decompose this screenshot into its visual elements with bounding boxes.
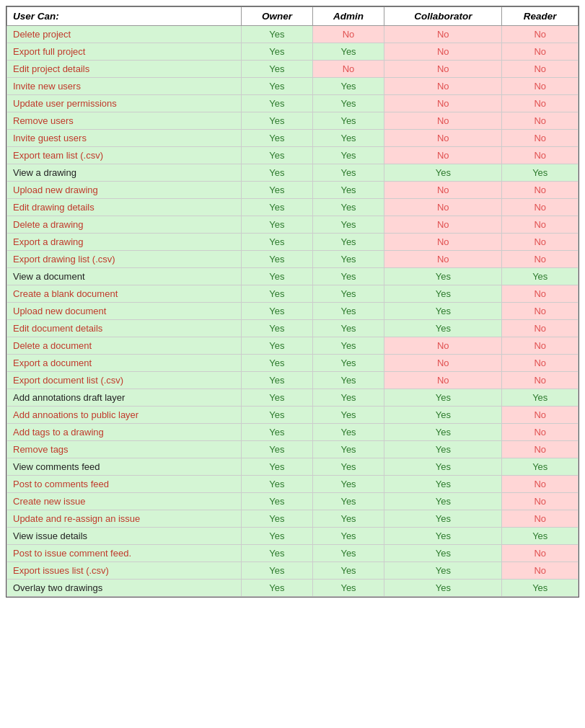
reader-cell: No [502, 26, 579, 43]
collaborator-cell: Yes [384, 407, 502, 424]
reader-cell: No [502, 545, 579, 562]
owner-cell: Yes [241, 493, 312, 510]
collaborator-cell: No [384, 26, 502, 43]
collaborator-cell: Yes [384, 476, 502, 493]
reader-cell: No [502, 355, 579, 372]
reader-cell: Yes [502, 528, 579, 545]
table-row: Delete a drawingYesYesNoNo [7, 216, 579, 234]
collaborator-cell: Yes [384, 164, 502, 182]
collaborator-cell: No [384, 43, 502, 61]
table-row: Export drawing list (.csv)YesYesNoNo [7, 251, 579, 268]
table-row: Export full projectYesYesNoNo [7, 43, 579, 61]
owner-cell: Yes [241, 78, 312, 95]
collaborator-cell: No [384, 78, 502, 95]
table-row: Remove usersYesYesNoNo [7, 112, 579, 130]
collaborator-cell: Yes [384, 545, 502, 562]
collaborator-cell: No [384, 95, 502, 112]
admin-cell: Yes [312, 78, 384, 95]
table-row: Export a drawingYesYesNoNo [7, 234, 579, 251]
owner-cell: Yes [241, 510, 312, 528]
table-row: Edit project detailsYesNoNoNo [7, 61, 579, 78]
collaborator-cell: Yes [384, 510, 502, 528]
reader-cell: No [502, 407, 579, 424]
collaborator-cell: Yes [384, 320, 502, 337]
reader-cell: Yes [502, 164, 579, 182]
owner-cell: Yes [241, 251, 312, 268]
table-row: Post to comments feedYesYesYesNo [7, 476, 579, 493]
admin-cell: Yes [312, 216, 384, 234]
table-row: Remove tagsYesYesYesNo [7, 441, 579, 458]
action-cell: Export team list (.csv) [7, 147, 242, 164]
collaborator-cell: No [384, 216, 502, 234]
reader-cell: No [502, 424, 579, 441]
collaborator-cell: No [384, 112, 502, 130]
action-cell: Edit drawing details [7, 199, 242, 216]
admin-cell: Yes [312, 164, 384, 182]
table-row: Edit drawing detailsYesYesNoNo [7, 199, 579, 216]
table-row: Export issues list (.csv)YesYesYesNo [7, 562, 579, 580]
action-cell: Export a drawing [7, 234, 242, 251]
collaborator-cell: Yes [384, 268, 502, 285]
permissions-table: User Can: Owner Admin Collaborator Reade… [6, 6, 579, 597]
action-cell: Create a blank document [7, 285, 242, 303]
header-owner: Owner [241, 7, 312, 26]
header-action: User Can: [7, 7, 242, 26]
owner-cell: Yes [241, 303, 312, 320]
owner-cell: Yes [241, 320, 312, 337]
table-row: Edit document detailsYesYesYesNo [7, 320, 579, 337]
admin-cell: Yes [312, 545, 384, 562]
owner-cell: Yes [241, 43, 312, 61]
action-cell: View issue details [7, 528, 242, 545]
table-row: Add annotations draft layerYesYesYesYes [7, 389, 579, 407]
reader-cell: No [502, 251, 579, 268]
action-cell: Invite guest users [7, 130, 242, 147]
header-admin: Admin [312, 7, 384, 26]
table-row: Invite guest usersYesYesNoNo [7, 130, 579, 147]
admin-cell: No [312, 26, 384, 43]
owner-cell: Yes [241, 441, 312, 458]
table-row: Delete projectYesNoNoNo [7, 26, 579, 43]
table-header-row: User Can: Owner Admin Collaborator Reade… [7, 7, 579, 26]
admin-cell: Yes [312, 130, 384, 147]
owner-cell: Yes [241, 147, 312, 164]
action-cell: Remove users [7, 112, 242, 130]
collaborator-cell: No [384, 130, 502, 147]
admin-cell: Yes [312, 407, 384, 424]
collaborator-cell: Yes [384, 528, 502, 545]
table-row: View comments feedYesYesYesYes [7, 458, 579, 476]
admin-cell: Yes [312, 424, 384, 441]
collaborator-cell: Yes [384, 285, 502, 303]
collaborator-cell: No [384, 61, 502, 78]
admin-cell: Yes [312, 562, 384, 580]
owner-cell: Yes [241, 562, 312, 580]
action-cell: View a document [7, 268, 242, 285]
table-row: Invite new usersYesYesNoNo [7, 78, 579, 95]
action-cell: Export drawing list (.csv) [7, 251, 242, 268]
admin-cell: Yes [312, 337, 384, 355]
admin-cell: Yes [312, 441, 384, 458]
admin-cell: Yes [312, 285, 384, 303]
action-cell: Export issues list (.csv) [7, 562, 242, 580]
owner-cell: Yes [241, 216, 312, 234]
owner-cell: Yes [241, 337, 312, 355]
action-cell: Post to comments feed [7, 476, 242, 493]
action-cell: Add annotations draft layer [7, 389, 242, 407]
collaborator-cell: No [384, 147, 502, 164]
owner-cell: Yes [241, 95, 312, 112]
admin-cell: Yes [312, 493, 384, 510]
admin-cell: Yes [312, 372, 384, 389]
table-row: Add tags to a drawingYesYesYesNo [7, 424, 579, 441]
action-cell: Create new issue [7, 493, 242, 510]
reader-cell: No [502, 182, 579, 199]
reader-cell: Yes [502, 389, 579, 407]
admin-cell: Yes [312, 476, 384, 493]
owner-cell: Yes [241, 389, 312, 407]
reader-cell: No [502, 147, 579, 164]
action-cell: Export a document [7, 355, 242, 372]
collaborator-cell: No [384, 199, 502, 216]
reader-cell: No [502, 441, 579, 458]
admin-cell: Yes [312, 458, 384, 476]
owner-cell: Yes [241, 61, 312, 78]
admin-cell: No [312, 61, 384, 78]
collaborator-cell: Yes [384, 389, 502, 407]
